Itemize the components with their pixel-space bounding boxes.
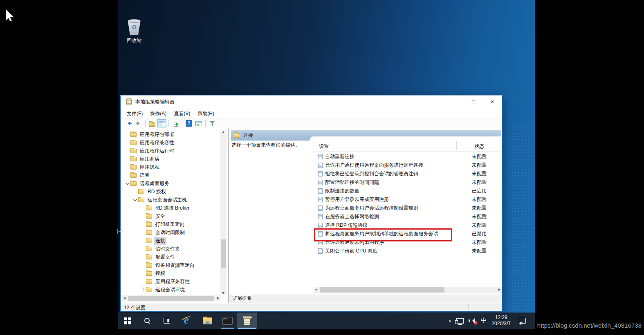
tree-item[interactable]: 应用程序兼容性 — [121, 277, 219, 286]
scroll-left-icon[interactable] — [314, 287, 319, 293]
tree-item[interactable]: 设备和资源重定向 — [121, 261, 219, 269]
tree-item-label: 语音 — [139, 172, 151, 179]
tree-horizontal-scrollbar[interactable] — [122, 295, 220, 302]
forward-button[interactable] — [134, 119, 143, 127]
setting-row[interactable]: 拒绝将已经登录到控制台会话的管理员注销未配置 — [314, 170, 502, 178]
setting-name: 选择 RDP 传输协议 — [325, 222, 368, 229]
command-prompt-button[interactable] — [218, 313, 237, 329]
scroll-down-icon[interactable] — [220, 290, 226, 295]
tree-item[interactable]: 远程会话环境 — [121, 286, 219, 294]
setting-row[interactable]: 将远程桌面服务用户限制到单独的远程桌面服务会话已禁用 — [314, 230, 502, 238]
tree-item[interactable]: 授权 — [121, 269, 219, 277]
tree-item[interactable]: 远程桌面会话主机 — [121, 196, 219, 204]
minimize-button[interactable]: — — [447, 96, 462, 108]
network-icon[interactable] — [456, 318, 464, 324]
column-header-state[interactable]: 状态 — [474, 143, 484, 150]
setting-row[interactable]: 限制连接的数量已启用 — [314, 187, 502, 195]
taskbar-clock[interactable]: 12:29 2020/3/7 — [491, 315, 511, 327]
recycle-bin[interactable]: ♻ 回收站 — [123, 18, 146, 44]
show-window-button[interactable] — [194, 119, 203, 127]
scrollbar-thumb[interactable] — [128, 296, 214, 301]
setting-row[interactable]: 关闭公平份额 CPU 调度未配置 — [314, 247, 502, 255]
chevron-right-icon[interactable] — [140, 287, 146, 293]
setting-row[interactable]: 允许用户通过使用远程桌面服务进行远程连接未配置 — [314, 161, 502, 170]
filter-button[interactable] — [208, 119, 217, 127]
export-list-button[interactable] — [171, 119, 180, 127]
internet-explorer-button[interactable]: e — [177, 313, 197, 329]
tree-item[interactable]: RD 授权 — [121, 188, 219, 196]
hidden-icons-chevron-icon[interactable]: ∧ — [448, 318, 451, 324]
gpedit-window: 本地组策略编辑器 — □ × 文件(F)操作(A)查看(V)帮助(H) 应用程序… — [120, 95, 503, 312]
tree-item[interactable]: RD 连接 Broker — [121, 204, 219, 212]
taskbar-search-button[interactable] — [137, 313, 157, 329]
setting-row[interactable]: 为远程桌面服务用户会话远程控制设置规则未配置 — [314, 204, 502, 212]
setting-row[interactable]: 暂停用户登录以完成应用注册未配置 — [314, 195, 502, 204]
tree-item[interactable]: 应用商店 — [121, 155, 219, 163]
chevron-down-icon[interactable] — [125, 181, 130, 186]
menu-view[interactable]: 查看(V) — [170, 108, 194, 117]
tree-item[interactable]: 会话时间限制 — [121, 228, 219, 237]
tree-item[interactable]: 临时文件夹 — [121, 245, 219, 253]
column-separator[interactable] — [456, 141, 457, 150]
chevron-down-icon[interactable] — [132, 197, 138, 203]
scrollbar-thumb[interactable] — [221, 239, 226, 268]
folder-icon — [146, 263, 152, 268]
menu-action[interactable]: 操作(A) — [146, 108, 170, 117]
tree-item[interactable]: 远程桌面服务 — [121, 179, 219, 188]
title-bar[interactable]: 本地组策略编辑器 — □ × — [121, 96, 502, 108]
tree-vertical-scrollbar[interactable] — [220, 130, 227, 295]
gpedit-taskbar-button[interactable] — [237, 313, 257, 329]
setting-name: 关闭公平份额 CPU 调度 — [325, 248, 377, 255]
help-button[interactable] — [184, 119, 193, 127]
policy-icon — [318, 188, 323, 194]
file-explorer-button[interactable] — [197, 313, 218, 329]
column-header-setting[interactable]: 设置 — [319, 143, 329, 150]
menu-bar: 文件(F)操作(A)查看(V)帮助(H) — [121, 108, 502, 118]
internet-explorer-icon: e — [181, 315, 193, 326]
up-one-level-button[interactable] — [148, 119, 157, 127]
task-view-button[interactable] — [157, 313, 177, 329]
tree-item[interactable]: 打印机重定向 — [121, 220, 219, 228]
tree-item[interactable]: 应用隐私 — [121, 163, 219, 171]
tree-item-label: 应用隐私 — [139, 163, 161, 171]
gpedit-icon — [244, 317, 250, 325]
ime-indicator[interactable]: 中 — [481, 317, 487, 324]
scroll-right-icon[interactable] — [215, 295, 220, 301]
scroll-left-icon[interactable] — [122, 295, 128, 301]
policy-icon — [318, 171, 323, 176]
list-horizontal-scrollbar[interactable] — [314, 287, 502, 293]
scroll-right-icon[interactable] — [496, 287, 502, 293]
policy-icon — [318, 231, 323, 237]
action-center-icon[interactable] — [519, 318, 526, 324]
back-button[interactable] — [124, 119, 133, 127]
tree-item-label: 连接 — [154, 237, 166, 245]
tree-item[interactable]: 应用程序包部署 — [121, 130, 219, 138]
tree-item[interactable]: 配置文件 — [121, 253, 219, 261]
menu-file[interactable]: 文件(F) — [123, 108, 146, 117]
tree-item[interactable]: 应用程序兼容性 — [121, 138, 219, 147]
maximize-button[interactable]: □ — [466, 96, 481, 108]
policy-icon — [318, 248, 323, 254]
menu-help[interactable]: 帮助(H) — [194, 108, 218, 117]
setting-row[interactable]: 自动重新连接未配置 — [314, 152, 502, 161]
scrollbar-thumb[interactable] — [320, 287, 444, 293]
setting-row[interactable]: 配置活动连接的时间间隔未配置 — [314, 178, 502, 187]
tree-item-label: RD 授权 — [146, 188, 167, 196]
tree-item[interactable]: 连接 — [121, 237, 219, 245]
tree-item[interactable]: 安全 — [121, 212, 219, 220]
tree-item[interactable]: 应用程序运行时 — [121, 147, 219, 155]
toolbar-separator — [145, 120, 146, 127]
tab-unselected[interactable]: 标准 — [241, 295, 252, 302]
column-separator[interactable] — [490, 141, 490, 150]
setting-row[interactable]: 在服务器上选择网络检测未配置 — [314, 212, 502, 221]
view-tab-row: 扩展标准 — [229, 294, 502, 303]
tree-item[interactable]: 语音 — [121, 171, 219, 179]
folder-icon — [130, 173, 137, 178]
close-button[interactable]: × — [485, 96, 500, 108]
start-button[interactable] — [118, 313, 137, 329]
scroll-up-icon[interactable] — [220, 130, 226, 135]
policy-icon — [318, 223, 323, 228]
show-console-tree-button[interactable] — [157, 119, 166, 127]
volume-muted-icon[interactable]: × — [469, 318, 476, 324]
back-icon — [126, 120, 132, 127]
